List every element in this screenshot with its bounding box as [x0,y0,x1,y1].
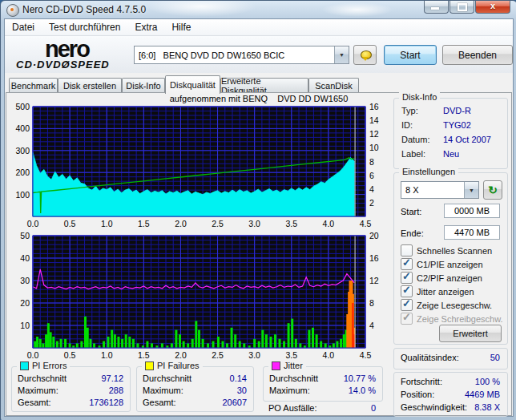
svg-text:4: 4 [369,321,374,330]
checkbox-zeige-lesegeschw[interactable]: Zeige Lesegeschw. [401,299,492,311]
eject-button[interactable] [353,45,377,65]
checkbox-label: C2/PIF anzeigen [417,273,482,283]
pi-failures-title: PI Failures [157,361,200,370]
stat-value: 10.77 % [344,374,376,386]
menu-test-durchfuehren[interactable]: Test durchführen [42,20,127,34]
po-failures-row: PO Ausfälle: 0 [268,403,376,413]
stat-label: Durchschnitt [143,374,191,386]
nero-logo: nero CD·DVDØSPEED [6,38,127,73]
window-title: Nero CD-DVD Speed 4.7.5.0 [22,4,146,15]
stat-label: Maximum: [269,386,310,398]
close-icon: x [476,1,510,10]
chevron-down-icon[interactable]: ▼ [334,46,349,63]
quit-button[interactable]: Beenden [442,45,513,65]
menu-extra[interactable]: Extra [127,20,164,34]
svg-text:12: 12 [369,129,379,139]
checkbox-box[interactable] [401,285,413,297]
disk-info-label: Label: [401,149,443,163]
drive-select[interactable]: [6:0] BENQ DVD DD DW1650 BCIC ▼ [134,46,349,64]
pif-jitter-chart: 1020304050481216200.00.51.01.52.02.53.03… [9,232,389,361]
end-position-input[interactable] [444,225,500,240]
checkbox-label: C1/PIE anzeigen [417,260,483,269]
svg-text:2: 2 [369,198,374,208]
eject-disc-icon [360,50,371,60]
stat-label: Durchschnitt [18,374,67,386]
checkbox-zeige-schreibgeschw: Zeige Schreibgeschw. [401,313,503,325]
svg-text:40: 40 [20,253,30,263]
svg-text:0.5: 0.5 [64,350,76,360]
svg-text:0.5: 0.5 [64,219,76,228]
stat-label: Durchschnitt [269,374,318,386]
tab-diskqualitaet[interactable]: Diskqualität [165,75,220,94]
svg-text:4.0: 4.0 [323,350,335,360]
svg-text:0.0: 0.0 [27,219,39,228]
svg-text:400: 400 [15,123,30,133]
pi-errors-groupbox: PI Errors Durchschnitt97.12 Maximum:288 … [11,366,131,412]
tab-disk-erstellen[interactable]: Disk erstellen [58,78,122,93]
stat-value: 288 [109,386,123,398]
menu-datei[interactable]: Datei [5,20,42,34]
tab-scandisk[interactable]: ScanDisk [308,78,359,93]
progress-label: Position: [401,390,434,402]
tab-erweiterte-diskqualitaet[interactable]: Erweiterte Diskqualität [220,78,308,93]
svg-text:200: 200 [15,168,30,177]
progress-value: 100 % [475,377,500,389]
stat-value: 0.14 [230,374,247,386]
checkbox-c2-pif-anzeigen[interactable]: C2/PIF anzeigen [401,272,482,284]
quality-index-label: Qualitätsindex: [401,353,459,365]
checkbox-schnelles-scannen[interactable]: Schnelles Scannen [401,244,492,256]
stat-label: Maximum: [143,386,183,398]
po-failures-label: PO Ausfälle: [268,403,317,413]
stat-value: 20607 [222,398,247,410]
refresh-speed-button[interactable]: ↻ [483,180,502,200]
pie-errors-chart: 1002003004005002468101214160.00.51.01.52… [9,103,389,231]
svg-text:3.0: 3.0 [248,219,260,228]
advanced-button[interactable]: Erweitert [439,325,502,342]
app-window: Nero CD-DVD Speed 4.7.5.0 x Datei Test d… [0,0,516,420]
svg-text:500: 500 [15,103,30,111]
minimize-button[interactable] [424,1,449,14]
checkbox-jitter-anzeigen[interactable]: Jitter anzeigen [401,285,474,297]
checkbox-box[interactable] [401,258,413,270]
checkbox-box[interactable] [401,299,413,311]
settings-title: Einstellungen [402,167,455,176]
start-position-label: Start: [401,207,421,216]
maximize-icon [458,3,467,11]
checkbox-box[interactable] [401,244,413,256]
svg-text:2.5: 2.5 [212,219,224,228]
cdspeed-logo-text: CD·DVDØSPEED [16,59,110,71]
settings-groupbox: Einstellungen 8 X ▼ ↻ Start: Ende: Schne… [393,172,508,345]
tab-disk-info[interactable]: Disk-Info [122,78,165,93]
tab-benchmark[interactable]: Benchmark [9,78,58,93]
close-button[interactable]: x [475,1,510,14]
checkbox-box[interactable] [401,272,413,284]
pi-errors-title: PI Errors [32,361,67,370]
disk-info-value: 14 Oct 2007 [443,135,491,148]
nero-logo-text: nero [45,38,89,60]
stat-value: 97.12 [101,374,123,386]
svg-text:300: 300 [15,146,30,155]
svg-text:8: 8 [369,298,374,308]
disk-info-title: Disk-Info [402,92,437,102]
svg-text:12: 12 [369,276,379,285]
pi-failures-swatch [145,361,154,370]
checkbox-label: Schnelles Scannen [417,246,492,256]
titlebar: Nero CD-DVD Speed 4.7.5.0 x [1,1,516,18]
drive-select-value: [6:0] BENQ DVD DD DW1650 BCIC [135,50,334,60]
disk-info-label: Datum: [401,135,443,148]
menu-bar: Datei Test durchführen Extra Hilfe [5,19,513,36]
progress-box: Fortschritt:100 % Position:4469 MB Gesch… [393,372,508,417]
svg-text:10: 10 [369,143,379,152]
svg-text:3.0: 3.0 [248,350,260,360]
start-position-input[interactable] [444,204,500,218]
menu-hilfe[interactable]: Hilfe [164,20,198,34]
checkbox-c1-pie-anzeigen[interactable]: C1/PIE anzeigen [401,258,483,270]
pi-errors-swatch [20,361,29,370]
progress-label: Fortschritt: [401,377,442,389]
svg-text:8: 8 [369,157,374,167]
speed-select-value: 8 X [401,185,464,195]
start-button[interactable]: Start [384,45,437,65]
chevron-down-icon[interactable]: ▼ [464,182,478,198]
speed-select[interactable]: 8 X ▼ [401,181,479,199]
maximize-button[interactable] [449,1,474,14]
